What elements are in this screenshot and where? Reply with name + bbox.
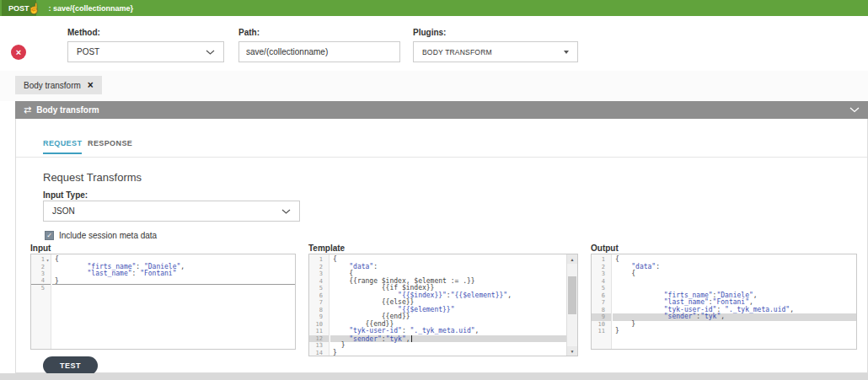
editor-code-area[interactable]: { "data": { "firts_name":"Daniele", "las… — [613, 254, 856, 349]
code-line[interactable] — [613, 278, 856, 286]
chip-label: Body transform — [24, 81, 81, 90]
section-title: Request Transforms — [43, 171, 142, 184]
editor-gutter: 1234567891011 — [592, 254, 612, 349]
line-number: 4 — [592, 278, 611, 286]
plugins-field: Plugins: BODY TRANSFORM — [413, 28, 578, 62]
template-editor[interactable]: 1234567891011121314 { "data": { {{range … — [308, 254, 578, 356]
body-transform-panel-header[interactable]: ⇄ Body transform — [15, 101, 868, 119]
scrollbar-thumb[interactable] — [568, 276, 576, 314]
code-line[interactable]: "data": — [330, 264, 566, 271]
path-label: Path: — [238, 28, 400, 37]
input-type-value: JSON — [52, 206, 75, 216]
code-line[interactable]: { — [613, 270, 856, 278]
line-number: 1 — [592, 256, 611, 264]
line-number: 5 — [31, 285, 51, 292]
panel-title: Body transform — [36, 105, 99, 115]
template-editor-label: Template — [308, 244, 345, 253]
check-icon: ✓ — [46, 233, 52, 239]
input-editor-label: Input — [30, 244, 51, 253]
editor-code-area[interactable]: { "data": { {{range $index, $element := … — [330, 254, 566, 356]
line-number: 4 — [309, 278, 329, 286]
chip-close-icon[interactable]: × — [88, 80, 94, 90]
line-number: 2 — [592, 264, 611, 271]
line-number: 14 — [309, 350, 329, 357]
text-cursor — [411, 335, 412, 342]
tab-response[interactable]: RESPONSE — [88, 139, 132, 153]
plugins-label: Plugins: — [413, 28, 578, 37]
input-type-label: Input Type: — [43, 190, 88, 200]
line-number: 9 — [309, 313, 329, 321]
code-line[interactable]: "last_name": "Fontani" — [52, 270, 295, 278]
close-icon: × — [16, 47, 21, 57]
tab-request[interactable]: REQUEST — [43, 139, 82, 154]
editor-scrollbar[interactable]: ▲ ▼ — [566, 254, 577, 356]
endpoint-designer-page: POST ☝ : save/{collectionname} × Method:… — [0, 0, 868, 380]
line-number: 5 — [592, 285, 611, 292]
line-number: 6 — [309, 292, 329, 300]
line-number: 7 — [309, 299, 329, 307]
line-number: 10 — [309, 321, 329, 329]
code-line[interactable]: } — [330, 350, 566, 357]
line-number: 2 — [309, 264, 329, 271]
line-number: 4 — [31, 278, 51, 286]
chevron-down-icon — [206, 50, 215, 55]
code-line[interactable]: "sender":"tyk", — [330, 335, 566, 343]
method-select[interactable]: POST — [67, 41, 224, 62]
code-line[interactable]: } — [613, 321, 856, 329]
bottom-divider — [0, 373, 868, 380]
line-number: 12 — [309, 335, 329, 343]
remove-endpoint-button[interactable]: × — [11, 45, 26, 60]
scroll-down-button[interactable]: ▼ — [567, 346, 577, 356]
hand-cursor-icon: ☝ — [28, 3, 40, 14]
chip-row-background — [0, 71, 868, 101]
session-meta-label: Include session meta data — [59, 231, 157, 240]
body-transform-chip[interactable]: Body transform × — [15, 76, 102, 94]
line-number: 3 — [31, 270, 51, 278]
code-line[interactable] — [52, 285, 295, 292]
line-number: 5 — [309, 285, 329, 292]
endpoint-path-label: : save/{collectionname} — [49, 4, 134, 13]
path-input[interactable] — [238, 41, 400, 62]
editor-gutter: 1▾2345 — [31, 254, 51, 349]
plugins-value: BODY TRANSFORM — [422, 48, 492, 56]
line-number: 3 — [592, 270, 611, 278]
line-number: 3 — [309, 270, 329, 278]
editor-code-area[interactable]: { "firts_name": "Daniele", "last_name": … — [52, 254, 295, 349]
code-line[interactable]: "sender":"tyk", — [613, 313, 856, 321]
body-transform-panel: REQUEST RESPONSE Request Transforms Inpu… — [15, 119, 868, 373]
scroll-up-button[interactable]: ▲ — [567, 254, 577, 264]
line-number: 13 — [309, 342, 329, 350]
tab-bar: REQUEST RESPONSE — [16, 119, 867, 158]
line-number: 9 — [592, 313, 611, 321]
line-number: 1 — [309, 256, 329, 264]
collapse-chevron-icon[interactable] — [849, 107, 860, 113]
transform-icon: ⇄ — [24, 104, 31, 115]
input-editor[interactable]: 1▾2345 { "firts_name": "Daniele", "last_… — [30, 254, 296, 350]
endpoint-header-bar[interactable]: POST ☝ : save/{collectionname} — [0, 0, 868, 16]
input-type-select[interactable]: JSON — [43, 201, 300, 222]
chevron-down-icon — [281, 209, 291, 214]
line-number: 8 — [592, 307, 611, 314]
output-editor[interactable]: 1234567891011 { "data": { "firts_name":"… — [591, 254, 857, 350]
session-meta-checkbox[interactable]: ✓ — [45, 231, 54, 240]
code-line[interactable]: } — [613, 328, 856, 335]
line-number: 1▾ — [31, 256, 51, 264]
output-editor-label: Output — [591, 244, 619, 253]
method-value: POST — [77, 47, 99, 56]
code-line[interactable]: } — [52, 278, 295, 286]
path-field: Path: — [238, 28, 400, 62]
code-line[interactable]: "data": — [613, 264, 856, 271]
plugins-select[interactable]: BODY TRANSFORM — [413, 41, 578, 62]
line-number: 8 — [309, 307, 329, 314]
line-number: 6 — [592, 292, 611, 300]
line-number: 11 — [592, 328, 611, 335]
caret-down-icon — [564, 51, 569, 54]
line-number: 11 — [309, 328, 329, 335]
session-meta-row: ✓ Include session meta data — [45, 231, 157, 240]
line-number: 7 — [592, 299, 611, 307]
line-number: 2 — [31, 264, 51, 271]
code-line[interactable]: } — [330, 342, 566, 350]
test-button[interactable]: TEST — [43, 356, 98, 375]
line-number: 10 — [592, 321, 611, 329]
editor-gutter: 1234567891011121314 — [309, 254, 330, 356]
